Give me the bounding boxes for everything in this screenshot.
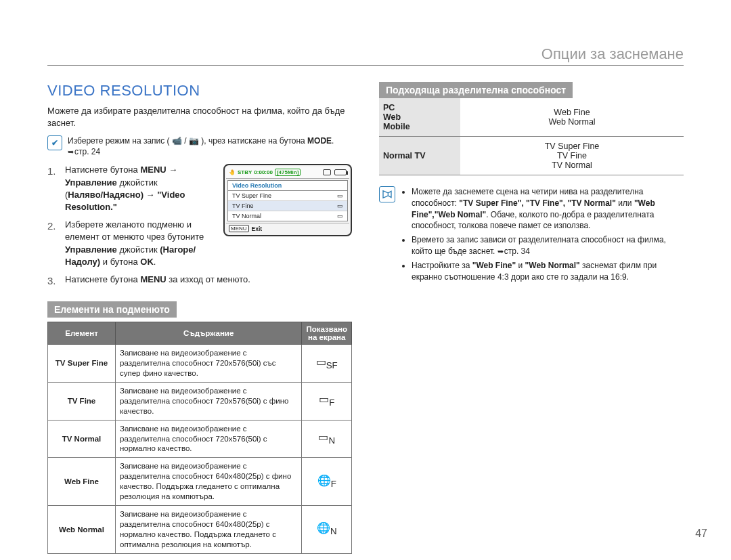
camera-remaining: [475Min] [275,169,301,176]
mode-word: MODE [307,136,332,146]
row-desc: Записване на видеоизображение с разделит… [116,382,302,420]
table-row: Normal TV TV Super Fine TV Fine TV Norma… [379,137,684,175]
table-row: Web Normal Записване на видеоизображение… [48,506,352,554]
submenu-table: Елемент Съдържание Показвано на екрана T… [47,322,352,554]
precheck-icon: ✔ [47,135,62,150]
row-name: TV Normal [48,420,116,458]
step-2: 2. Изберете желаното подменю и елемент о… [47,219,217,268]
suitable-res-title: Подходяща разделителна способност [379,82,573,98]
precheck-mid: / [184,136,189,146]
camera-topbar: 🤚 STBY 0:00:00 [475Min] [226,167,349,179]
table-row: TV Fine Записване на видеоизображение с … [48,382,352,420]
precheck-row: ✔ Изберете режим на запис ( 📹 / 📷 ), чре… [47,135,352,157]
row-desc: Записване на видеоизображение с разделит… [116,458,302,506]
row-name: TV Super Fine [48,344,116,382]
tv-f-icon: ▭F [302,382,352,420]
page-number: 47 [695,527,707,540]
row-name: TV Fine [48,382,116,420]
note-item: Можете да заснемете сцена на четири нива… [412,186,684,232]
camera-menu-title: Video Resolution [228,181,347,191]
left-column: VIDEO RESOLUTION Можете да избирате разд… [47,82,352,554]
row-name: Web Fine [48,458,116,506]
camera-lcd-figure: 🤚 STBY 0:00:00 [475Min] Video Resolution… [223,164,352,236]
note-item: Настройките за "Web Fine" и "Web Normal"… [412,260,684,283]
web-f-icon: 🌐F [302,458,352,506]
photo-mode-icon: 📷 [189,136,199,146]
camera-footer-exit: Exit [252,225,263,232]
precheck-after: ), чрез натискане на бутона [201,136,307,146]
step-number: 1. [47,164,60,178]
res-value-cell: TV Super Fine TV Fine TV Normal [460,137,684,175]
step-3: 3. Натиснете бутона MENU за изход от мен… [47,274,352,288]
web-n-icon: 🌐N [302,506,352,554]
table-row: Web Fine Записване на видеоизображение с… [48,458,352,506]
main-heading: VIDEO RESOLUTION [47,82,352,100]
camera-menu-item: TV Normal▭ [228,211,347,221]
precheck-page-ref: стр. 24 [74,147,100,156]
camera-menu-item-label: TV Super Fine [232,192,271,199]
row-desc: Записване на видеоизображение с разделит… [116,420,302,458]
col-item: Елемент [48,322,116,344]
step-3-text: Натиснете бутона MENU за изход от менюто… [65,274,250,286]
resolution-table: PC Web Mobile Web Fine Web Normal Normal… [379,98,684,175]
precheck-before: Изберете режим на запис ( [68,136,170,146]
step-2-text: Изберете желаното подменю и елемент от м… [65,219,217,268]
video-mode-icon: 📹 [172,136,182,146]
camera-stby: STBY [238,169,252,175]
camera-menu-item: TV Super Fine▭ [228,191,347,201]
note-icon [379,186,395,202]
note-list: Можете да заснемете сцена на четири нива… [402,186,684,285]
page-header-title: Опции за заснемане [541,45,684,63]
step-1-text: Натиснете бутона MENU → Управление джойс… [65,164,217,213]
step-number: 3. [47,274,60,288]
table-row: PC Web Mobile Web Fine Web Normal [379,98,684,137]
note-block: Можете да заснемете сцена на четири нива… [379,186,684,285]
page-ref-icon [497,246,504,256]
submenu-section-title: Елементи на подменюто [47,301,177,318]
camera-menu: Video Resolution TV Super Fine▭ TV Fine▭… [227,180,348,221]
camera-battery-icon [334,169,347,175]
row-name: Web Normal [48,506,116,554]
res-value-cell: Web Fine Web Normal [460,98,684,137]
right-column: Подходяща разделителна способност PC Web… [379,82,684,554]
table-row: TV Super Fine Записване на видеоизображе… [48,344,352,382]
col-screen: Показвано на екрана [302,322,352,344]
camera-menu-item-label: TV Fine [232,202,254,209]
camera-card-icon [323,169,331,175]
camera-menu-item-label: TV Normal [232,213,261,219]
intro-text: Можете да избирате разделителна способно… [47,105,352,129]
tv-sf-icon: ▭SF [302,344,352,382]
col-content: Съдържание [116,322,302,344]
camera-timecode: 0:00:00 [254,169,273,175]
precheck-text: Изберете режим на запис ( 📹 / 📷 ), чрез … [68,135,352,157]
header-rule: Опции за заснемане [47,65,684,66]
page-ref-icon [68,147,74,156]
row-desc: Записване на видеоизображение с разделит… [116,344,302,382]
res-label-cell: PC Web Mobile [379,98,460,137]
row-desc: Записване на видеоизображение с разделит… [116,506,302,554]
tv-n-icon: ▭N [302,420,352,458]
camera-footer-menu-btn: MENU [229,225,249,232]
table-row: TV Normal Записване на видеоизображение … [48,420,352,458]
camera-menu-item: TV Fine▭ [228,201,347,211]
step-number: 2. [47,219,60,233]
step-1: 1. Натиснете бутона MENU → Управление дж… [47,164,217,213]
camera-hand-icon: 🤚 [229,169,236,175]
note-item: Времето за запис зависи от разделителнат… [412,234,684,257]
res-label-cell: Normal TV [379,137,460,175]
camera-menu-footer: MENU Exit [226,223,349,234]
